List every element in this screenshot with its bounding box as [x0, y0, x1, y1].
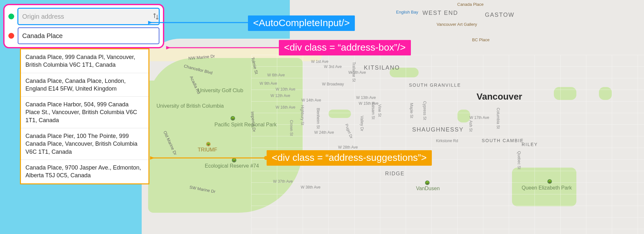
street-crown: Crown St	[289, 120, 294, 136]
map-district-shaughnessy: SHAUGHNESSY	[412, 126, 464, 133]
map-district-south-granville: SOUTH GRANVILLE	[409, 83, 461, 88]
suggestion-item[interactable]: Canada Place, 9700 Jasper Ave., Edmonton…	[21, 160, 148, 183]
street-w37: W 37th Ave	[273, 179, 293, 184]
tree-icon	[425, 180, 430, 185]
poi-bc-place: BC Place	[472, 37, 489, 42]
street-valley: Valley Dr	[360, 116, 364, 131]
street-w14: W 14th Ave	[301, 98, 321, 102]
street-highbury: Highbury St	[300, 105, 305, 125]
poi-vandusen: VanDusen	[416, 186, 440, 191]
street-w17: W 17th Ave	[469, 115, 489, 120]
callout-address-box: <div class = “address-box”/>	[279, 40, 411, 55]
poi-qe-park: Queen Elizabeth Park	[522, 185, 572, 191]
poi-english-bay: English Bay	[396, 10, 418, 15]
poi-ugc: University Golf Club	[198, 88, 243, 93]
callout-autocomplete: <AutoCompleteInput/>	[248, 15, 355, 31]
origin-dot-icon	[8, 14, 14, 19]
map-district-riley: RILEY	[522, 142, 538, 147]
street-w38: W 38th Ave	[301, 185, 320, 190]
destination-input[interactable]	[18, 28, 159, 44]
tree-icon	[547, 179, 552, 184]
poi-ubc: University of British Columbia	[156, 103, 205, 109]
street-w15: W 15th Ave	[359, 101, 378, 106]
street-wbroadway: W Broadway	[322, 82, 344, 86]
suggestion-item[interactable]: Canada Place Harbor, 504, 999 Canada Pla…	[21, 96, 148, 128]
street-w10: W 10th Ave	[276, 87, 295, 92]
map-city-label: Vancouver	[477, 92, 522, 102]
street-w1: W 1st Ave	[311, 59, 328, 64]
street-kirkstone: Kirkstone Rd	[436, 139, 458, 143]
suggestion-item[interactable]: Canada Place Pier, 100 The Pointe, 999 C…	[21, 128, 148, 160]
street-w9: W 9th Ave	[260, 81, 277, 86]
street-w16: W 16th Ave	[276, 105, 295, 110]
building-icon	[206, 142, 211, 146]
map-district-west-end: WEST END	[422, 10, 458, 16]
suggestion-item[interactable]: Canada Place, 999 Canada Pl, Vancouver, …	[21, 49, 148, 73]
poi-eco: Ecological Reserve #74	[205, 163, 259, 169]
street-vine: Vine St	[377, 104, 382, 117]
street-w6: W 6th Ave	[267, 73, 285, 77]
map-district-ridge: RIDGE	[385, 171, 405, 177]
address-box	[3, 4, 164, 48]
street-columbia: Columbia St	[496, 108, 500, 129]
map-district-gastown: GASTOW	[485, 12, 515, 18]
suggestion-item[interactable]: Canada Place, Canada Place, London, Engl…	[21, 73, 148, 97]
street-w5: W 5th Ave	[348, 70, 366, 75]
street-ash: Ash St	[469, 120, 473, 132]
street-w12: W 12th Ave	[270, 93, 290, 98]
poi-vag: Vancouver Art Gallery	[437, 22, 477, 27]
street-cypress: Cypress St	[422, 101, 427, 120]
destination-dot-icon	[8, 33, 14, 39]
street-w13: W 13th Ave	[356, 95, 376, 100]
swap-icon[interactable]	[152, 12, 160, 21]
poi-canada-place: Canada Place	[457, 2, 484, 7]
poi-triumf: TRIUMF	[198, 147, 217, 153]
poi-psrp: Pacific Spirit Regional Park	[214, 122, 266, 128]
tree-icon	[231, 116, 235, 121]
street-w28: W 28th Ave	[338, 145, 358, 150]
callout-suggestions: <div class = “address-suggestions”>	[267, 150, 432, 166]
tree-icon	[232, 158, 236, 162]
street-w3: W 3rd Ave	[324, 64, 342, 69]
street-maple: Maple St	[409, 103, 414, 118]
origin-input[interactable]	[18, 8, 159, 24]
street-w24: W 24th Ave	[314, 130, 334, 135]
map-street-grid	[251, 55, 644, 234]
map-district-kitsilano: KITSILANO	[364, 64, 400, 71]
street-quebec: Quebec St	[517, 151, 521, 170]
address-suggestions: Canada Place, 999 Canada Pl, Vancouver, …	[20, 48, 149, 184]
street-blenheim: Blenheim St	[316, 108, 320, 129]
